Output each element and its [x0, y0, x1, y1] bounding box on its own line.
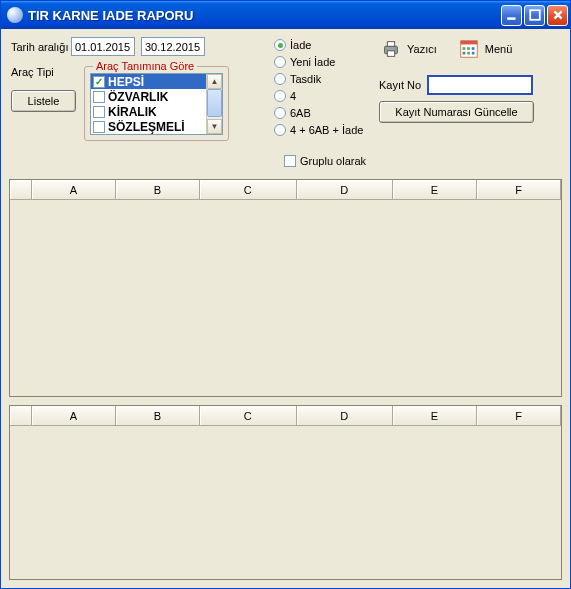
radio-item[interactable]: İade	[274, 37, 366, 53]
svg-rect-3	[387, 42, 394, 47]
app-window: TIR KARNE IADE RAPORU Tarih aralığı	[0, 0, 571, 589]
grid-body[interactable]	[10, 426, 561, 579]
menu-label: Menü	[485, 43, 513, 55]
column-header[interactable]: D	[297, 406, 393, 426]
date-range-label: Tarih aralığı	[11, 41, 71, 53]
column-header[interactable]: C	[200, 406, 296, 426]
list-item-label: HEPSİ	[108, 75, 144, 89]
list-item[interactable]: SÖZLEŞMELİ	[91, 119, 222, 134]
list-item[interactable]: ✓HEPSİ	[91, 74, 222, 89]
radio-icon[interactable]	[274, 107, 286, 119]
radio-label: 6AB	[290, 107, 311, 119]
report-type-radios: İadeYeni İadeTasdik46AB4 + 6AB + İade	[274, 37, 366, 139]
radio-label: Yeni İade	[290, 56, 335, 68]
checkbox[interactable]: ✓	[93, 76, 105, 88]
list-item-label: KİRALIK	[108, 105, 157, 119]
group-checkbox-row[interactable]: Gruplu olarak	[284, 155, 366, 167]
column-header[interactable]: B	[116, 406, 200, 426]
scroll-up-icon[interactable]: ▲	[207, 74, 222, 89]
list-item-label: ÖZVARLIK	[108, 90, 168, 104]
radio-icon[interactable]	[274, 73, 286, 85]
radio-item[interactable]: Tasdik	[274, 71, 366, 87]
vehicle-def-fieldset: Araç Tanımına Göre ✓HEPSİÖZVARLIKKİRALIK…	[84, 66, 229, 141]
app-icon	[7, 7, 23, 23]
vehicle-def-legend: Araç Tanımına Göre	[93, 60, 197, 72]
menu-button[interactable]: Menü	[457, 37, 513, 61]
group-checkbox[interactable]	[284, 155, 296, 167]
printer-icon	[379, 37, 403, 61]
column-header[interactable]: E	[393, 180, 477, 200]
column-header[interactable]: B	[116, 180, 200, 200]
scroll-down-icon[interactable]: ▼	[207, 119, 222, 134]
svg-rect-8	[462, 47, 465, 50]
grid-body[interactable]	[10, 200, 561, 396]
radio-item[interactable]: 4 + 6AB + İade	[274, 122, 366, 138]
svg-rect-4	[387, 51, 394, 57]
column-header[interactable]: C	[200, 180, 296, 200]
scroll-thumb[interactable]	[207, 89, 222, 117]
update-record-button[interactable]: Kayıt Numarası Güncelle	[379, 101, 534, 123]
svg-rect-10	[472, 47, 475, 50]
list-item-label: SÖZLEŞMELİ	[108, 120, 185, 134]
checkbox[interactable]	[93, 106, 105, 118]
radio-icon[interactable]	[274, 124, 286, 136]
bottom-grid[interactable]: ABCDEF	[9, 405, 562, 580]
column-header[interactable]: A	[32, 406, 116, 426]
svg-rect-13	[472, 52, 475, 55]
start-date-input[interactable]	[71, 37, 135, 56]
radio-item[interactable]: 4	[274, 88, 366, 104]
svg-rect-12	[467, 52, 470, 55]
titlebar: TIR KARNE IADE RAPORU	[1, 1, 570, 29]
radio-item[interactable]: Yeni İade	[274, 54, 366, 70]
radio-icon[interactable]	[274, 56, 286, 68]
record-no-label: Kayıt No	[379, 79, 421, 91]
radio-label: İade	[290, 39, 311, 51]
list-item[interactable]: KİRALIK	[91, 104, 222, 119]
svg-rect-0	[507, 17, 515, 19]
svg-rect-7	[461, 41, 478, 45]
radio-label: 4	[290, 90, 296, 102]
column-header[interactable]: E	[393, 406, 477, 426]
vehicle-listbox[interactable]: ✓HEPSİÖZVARLIKKİRALIKSÖZLEŞMELİ ▲ ▼	[90, 73, 223, 135]
maximize-button[interactable]	[524, 5, 545, 26]
radio-label: 4 + 6AB + İade	[290, 124, 363, 136]
checkbox[interactable]	[93, 91, 105, 103]
column-header[interactable]: D	[297, 180, 393, 200]
vehicle-type-label: Araç Tipi	[11, 66, 76, 78]
svg-rect-1	[530, 10, 540, 20]
group-label: Gruplu olarak	[300, 155, 366, 167]
close-button[interactable]	[547, 5, 568, 26]
menu-icon	[457, 37, 481, 61]
radio-label: Tasdik	[290, 73, 321, 85]
svg-rect-9	[467, 47, 470, 50]
window-title: TIR KARNE IADE RAPORU	[28, 8, 501, 23]
radio-icon[interactable]	[274, 39, 286, 51]
column-header[interactable]: A	[32, 180, 116, 200]
checkbox[interactable]	[93, 121, 105, 133]
minimize-button[interactable]	[501, 5, 522, 26]
radio-item[interactable]: 6AB	[274, 105, 366, 121]
radio-icon[interactable]	[274, 90, 286, 102]
grid-corner	[10, 406, 32, 426]
column-header[interactable]: F	[477, 406, 561, 426]
list-button[interactable]: Listele	[11, 90, 76, 112]
top-grid[interactable]: ABCDEF	[9, 179, 562, 397]
printer-label: Yazıcı	[407, 43, 437, 55]
column-header[interactable]: F	[477, 180, 561, 200]
record-no-input[interactable]	[427, 75, 533, 95]
svg-rect-11	[462, 52, 465, 55]
end-date-input[interactable]	[141, 37, 205, 56]
printer-button[interactable]: Yazıcı	[379, 37, 437, 61]
listbox-scrollbar[interactable]: ▲ ▼	[206, 74, 222, 134]
svg-point-5	[395, 47, 397, 49]
list-item[interactable]: ÖZVARLIK	[91, 89, 222, 104]
grid-corner	[10, 180, 32, 200]
